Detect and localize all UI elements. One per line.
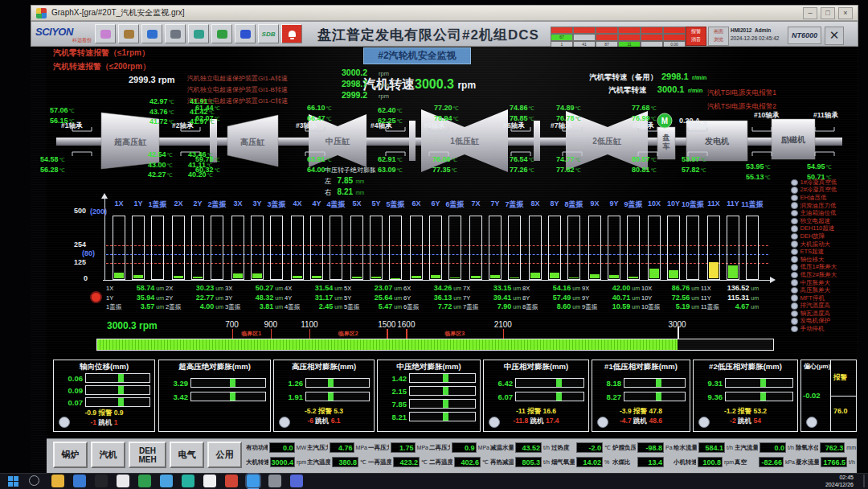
nav-button-2[interactable]: 汽机 bbox=[91, 442, 125, 468]
taskbar-clock[interactable]: 02:45 2024/12/26 bbox=[804, 475, 854, 488]
panel-value-row: 0.07 bbox=[57, 397, 150, 407]
trip-condition-item: DEH故障 bbox=[791, 232, 837, 240]
nav-button-3[interactable]: DEH MEH bbox=[129, 442, 166, 468]
bearing-temps: 77.68℃76.99℃ bbox=[632, 102, 657, 122]
trip-indicator-icon bbox=[791, 318, 798, 325]
bearing-temps: 74.86℃78.85℃ bbox=[510, 102, 534, 122]
bearing-temps: 54.58℃56.28℃ bbox=[40, 154, 65, 174]
trip-condition-item: 中压胀差大 bbox=[791, 279, 837, 287]
alarm-mute-button[interactable]: 报警 消音 bbox=[686, 27, 706, 46]
panel-title: 轴向位移(mm) bbox=[54, 362, 154, 372]
folder-icon[interactable] bbox=[51, 475, 64, 487]
vibration-bar bbox=[370, 216, 383, 280]
book-icon[interactable] bbox=[211, 24, 232, 43]
show-desktop-button[interactable] bbox=[863, 475, 865, 487]
monitor-icon[interactable] bbox=[188, 24, 209, 43]
vibration-value-row: 11盖振4.67um bbox=[701, 302, 759, 312]
trip-indicator-icon bbox=[791, 272, 798, 279]
vibration-bar bbox=[567, 216, 580, 280]
app-blue-icon[interactable] bbox=[160, 475, 173, 487]
terminal-icon[interactable] bbox=[95, 475, 108, 487]
vibration-value-row: 4盖振2.45um bbox=[285, 302, 342, 312]
start-icon[interactable] bbox=[8, 476, 18, 487]
machine-icon[interactable] bbox=[165, 24, 186, 43]
vibration-bar-fill bbox=[450, 277, 460, 278]
page-title-banner: #2汽轮机安全监视 bbox=[363, 47, 471, 64]
panel-value-row: 0.06 bbox=[57, 373, 150, 383]
search-icon[interactable] bbox=[29, 475, 39, 486]
vibration-value-row: 7X33.15um bbox=[463, 284, 521, 294]
tools-icon[interactable] bbox=[118, 24, 139, 43]
teal-app-icon[interactable] bbox=[182, 475, 194, 487]
vibration-bar-fill bbox=[233, 273, 243, 278]
chart-y-tick: 125 bbox=[74, 258, 86, 266]
nav-button-5[interactable]: 公用 bbox=[207, 442, 242, 468]
panel-#1低压相对膨胀(mm): #1低压相对膨胀(mm)8.188.27-3.9 报警 47.8-4.7 跳机 … bbox=[592, 360, 690, 432]
vibration-bar bbox=[608, 216, 620, 280]
vibration-value-group: 8X54.16um8Y57.49um8盖振8.60um bbox=[522, 284, 580, 312]
vibration-value-group: 6X34.26um6Y36.13um6盖振7.72um bbox=[403, 284, 461, 312]
alarm-bell-icon[interactable] bbox=[281, 24, 302, 43]
panel-status-indicator bbox=[597, 417, 608, 428]
excel-icon[interactable] bbox=[138, 475, 151, 487]
vibration-bar-fill bbox=[530, 273, 540, 278]
settings-icon[interactable] bbox=[268, 475, 281, 487]
document-icon[interactable] bbox=[117, 475, 129, 487]
vibration-bar-fill bbox=[709, 262, 719, 278]
zero-speed-backup-label: 汽机零转速（备用） bbox=[589, 72, 658, 81]
zero-speed-alarm-text: 汽机零转速报警（≤1rpm） bbox=[53, 47, 149, 59]
nav-button-4[interactable]: 电气 bbox=[170, 442, 204, 468]
chart-x-axis bbox=[103, 280, 772, 281]
measurement-cell: 真空-82.66kPa bbox=[735, 456, 795, 468]
main-speed-label: 汽机转速 bbox=[363, 77, 415, 91]
ja-box-icon[interactable] bbox=[235, 24, 256, 43]
speed-tick-label: 2100 bbox=[487, 320, 519, 329]
vibration-bar-fill bbox=[174, 276, 183, 278]
speed-tick-mark bbox=[406, 329, 407, 339]
trip-indicator-icon bbox=[791, 240, 798, 248]
nav-button-1[interactable]: 锅炉 bbox=[53, 442, 88, 468]
logged-user: Admin bbox=[755, 27, 771, 33]
axis-arrow-up-icon bbox=[101, 193, 108, 199]
alarm-summary-grid: 6714187110.00 bbox=[551, 27, 686, 48]
sdb-icon[interactable]: SDB bbox=[258, 24, 279, 43]
vibration-value-row: 6盖振7.72um bbox=[403, 302, 461, 312]
ip-left-unit: mm bbox=[355, 179, 364, 184]
minimize-button[interactable]: – bbox=[803, 7, 817, 19]
logo-subtext: 科远股份 bbox=[35, 38, 92, 43]
svg-text:高压缸: 高压缸 bbox=[240, 138, 265, 146]
vibration-bar-fill bbox=[628, 277, 638, 278]
vibration-bar-fill bbox=[411, 276, 421, 278]
bearing-temps: 53.97℃57.82℃ bbox=[682, 154, 706, 174]
close-icon[interactable]: ✕ bbox=[825, 27, 844, 45]
ip-left-label: 左 bbox=[325, 177, 332, 185]
vibration-value-row: 9X42.00um bbox=[582, 284, 640, 294]
operator-icon[interactable] bbox=[141, 24, 162, 43]
vibration-value-row: 9Y40.71um bbox=[582, 294, 640, 303]
system-time: 02:45:42 bbox=[759, 35, 779, 41]
maximize-button[interactable]: □ bbox=[821, 7, 835, 19]
mute-line1: 报警 bbox=[686, 27, 706, 35]
measurement-cell: 二再温度402.6℃ bbox=[429, 456, 489, 468]
vibration-value-row: 8Y57.49um bbox=[522, 294, 580, 303]
view-switch-panel[interactable]: 画面 浏览 bbox=[708, 27, 729, 46]
bearing-temps: 80.57℃80.81℃ bbox=[632, 154, 657, 174]
vibration-bar-fill bbox=[133, 275, 143, 278]
vibration-bar bbox=[648, 216, 661, 280]
graphx-app-icon bbox=[36, 8, 47, 18]
browser-icon[interactable] bbox=[73, 475, 86, 487]
svg-text:发电机: 发电机 bbox=[704, 137, 730, 146]
vibration-bar-fill bbox=[728, 265, 738, 278]
graphx-active-icon[interactable] bbox=[247, 475, 260, 487]
media-icon[interactable] bbox=[290, 475, 303, 487]
panel-title: 中压相对膨胀(mm) bbox=[484, 362, 588, 372]
vibration-value-row: 1X58.74um bbox=[106, 284, 164, 294]
bearing-label: #3轴承 bbox=[296, 121, 317, 131]
speed-tick-mark bbox=[678, 327, 679, 339]
close-window-button[interactable]: × bbox=[838, 7, 853, 19]
measurement-cell: 水煤比13.4 bbox=[612, 456, 673, 468]
chart-y-tick: (80) bbox=[82, 249, 95, 257]
notes-icon[interactable] bbox=[203, 475, 216, 487]
users-icon[interactable] bbox=[95, 24, 116, 43]
red-app-icon[interactable] bbox=[225, 475, 238, 487]
